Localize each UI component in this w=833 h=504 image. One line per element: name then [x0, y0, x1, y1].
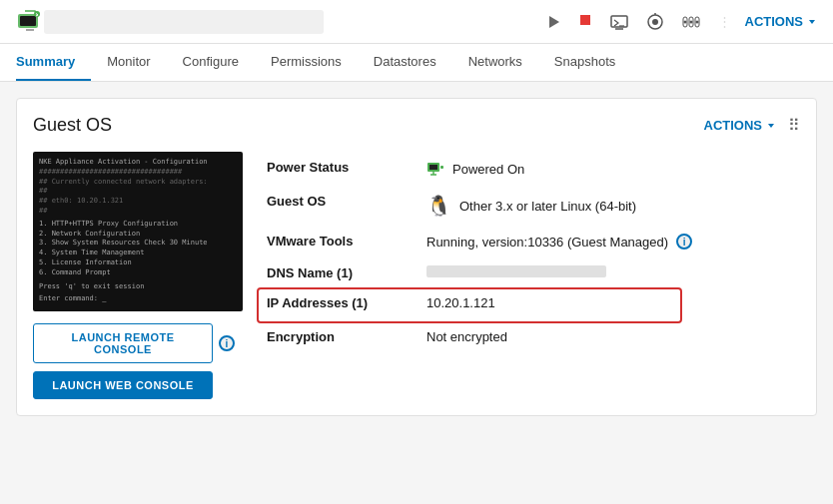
console-buttons: LAUNCH REMOTE CONSOLE i LAUNCH WEB CONSO…	[33, 323, 243, 399]
guest-os-value: 🐧 Other 3.x or later Linux (64-bit)	[426, 194, 636, 218]
dns-name-row: DNS Name (1)	[267, 257, 800, 289]
ip-addresses-text: 10.20.1.121	[426, 295, 495, 310]
encryption-label: Encryption	[267, 329, 426, 344]
ip-addresses-row: IP Addresses (1) 10.20.1.121	[259, 289, 680, 321]
main-content: Guest OS ACTIONS ⠿ NKE Appliance Activat…	[0, 82, 833, 432]
power-off-button[interactable]	[574, 9, 596, 34]
top-bar: ⋮ ACTIONS	[0, 0, 833, 44]
details-panel: Power Status Powered On Gue	[267, 152, 800, 399]
tab-permissions[interactable]: Permissions	[255, 44, 358, 81]
vmware-tools-label: VMware Tools	[267, 234, 426, 249]
guest-os-row: Guest OS 🐧 Other 3.x or later Linux (64-…	[267, 186, 800, 226]
svg-rect-1	[20, 16, 36, 26]
svg-point-13	[695, 20, 698, 23]
card-title: Guest OS	[33, 115, 112, 136]
grid-dots-icon: ⠿	[788, 116, 800, 135]
linux-icon: 🐧	[426, 194, 451, 218]
ip-addresses-value: 10.20.1.121	[426, 295, 495, 310]
launch-web-console-button[interactable]: LAUNCH WEB CONSOLE	[33, 371, 213, 399]
console-panel: NKE Appliance Activation - Configuration…	[33, 152, 243, 399]
vmware-tools-text: Running, version:10336 (Guest Managed)	[426, 235, 668, 250]
encryption-value: Not encrypted	[426, 329, 507, 344]
svg-point-9	[652, 19, 658, 25]
tab-configure[interactable]: Configure	[167, 44, 255, 81]
console-preview[interactable]: NKE Appliance Activation - Configuration…	[33, 152, 243, 311]
ip-addresses-label: IP Addresses (1)	[267, 295, 426, 310]
tab-summary[interactable]: Summary	[16, 44, 91, 81]
svg-rect-5	[611, 16, 627, 27]
power-status-value: Powered On	[426, 160, 524, 178]
svg-rect-21	[440, 166, 443, 169]
snapshot-button[interactable]	[642, 9, 668, 35]
svg-rect-20	[429, 165, 437, 170]
card-actions-label: ACTIONS	[704, 118, 763, 133]
guest-os-label: Guest OS	[267, 194, 426, 209]
top-actions-label: ACTIONS	[745, 14, 804, 29]
power-on-button[interactable]	[542, 11, 564, 33]
svg-marker-3	[549, 16, 559, 28]
nav-tabs: Summary Monitor Configure Permissions Da…	[0, 44, 833, 82]
tab-snapshots[interactable]: Snapshots	[538, 44, 631, 81]
svg-point-11	[683, 20, 686, 23]
card-actions-button[interactable]: ACTIONS	[704, 118, 777, 133]
power-status-text: Powered On	[452, 162, 524, 177]
launch-remote-console-button[interactable]: LAUNCH REMOTE CONSOLE	[33, 323, 213, 363]
encryption-text: Not encrypted	[426, 329, 507, 344]
vm-name-bar	[44, 10, 324, 34]
vm-icon	[16, 8, 44, 36]
power-on-icon	[426, 160, 444, 178]
console-info-button[interactable]: i	[219, 335, 235, 351]
console-button[interactable]	[606, 9, 632, 35]
dns-name-text	[426, 265, 606, 277]
vmware-tools-row: VMware Tools Running, version:10336 (Gue…	[267, 226, 800, 257]
card-header: Guest OS ACTIONS ⠿	[33, 115, 800, 136]
vmware-tools-value: Running, version:10336 (Guest Managed) i	[426, 234, 692, 250]
dns-name-label: DNS Name (1)	[267, 265, 426, 280]
dns-name-value	[426, 265, 606, 277]
svg-marker-17	[809, 20, 815, 24]
tab-networks[interactable]: Networks	[452, 44, 538, 81]
svg-marker-18	[768, 124, 774, 128]
more-actions-button[interactable]	[678, 9, 704, 35]
power-status-row: Power Status Powered On	[267, 152, 800, 186]
power-status-label: Power Status	[267, 160, 426, 175]
tab-datastores[interactable]: Datastores	[358, 44, 452, 81]
vmware-tools-info-button[interactable]: i	[676, 234, 692, 250]
encryption-row: Encryption Not encrypted	[267, 321, 800, 353]
svg-point-12	[689, 20, 692, 23]
card-body: NKE Appliance Activation - Configuration…	[33, 152, 800, 399]
guest-os-text: Other 3.x or later Linux (64-bit)	[459, 199, 636, 214]
svg-rect-4	[580, 15, 590, 25]
top-actions-button[interactable]: ACTIONS	[745, 14, 818, 29]
guest-os-card: Guest OS ACTIONS ⠿ NKE Appliance Activat…	[16, 98, 817, 416]
tab-monitor[interactable]: Monitor	[91, 44, 166, 81]
